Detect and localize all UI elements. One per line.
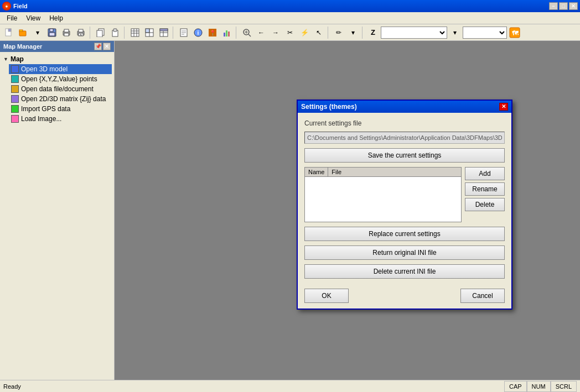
tree-item-0[interactable]: Open 3D model (9, 64, 112, 74)
table-header: Name File (305, 168, 461, 177)
sidebar-close-button[interactable]: ✕ (103, 43, 111, 50)
settings-path-input[interactable] (304, 132, 505, 144)
save-button[interactable] (45, 26, 59, 39)
tree-root: ▼ Map (2, 54, 112, 64)
info-button[interactable]: i (191, 26, 205, 39)
svg-rect-24 (146, 29, 149, 33)
map-manager-header: Map Manager 📌 ✕ (0, 41, 114, 52)
cursor-button[interactable]: ↖ (312, 26, 325, 39)
title-bar-left: ● Field (2, 2, 28, 11)
table3-button[interactable] (157, 26, 170, 39)
toolbar-sep-4 (236, 27, 238, 39)
minimize-button[interactable]: − (549, 2, 558, 10)
tree-root-label: Map (11, 55, 24, 63)
z-button[interactable]: Z (366, 26, 380, 39)
chart-button[interactable] (220, 26, 234, 39)
scissors-button[interactable]: ✂ (283, 26, 297, 39)
delete-current-ini-button[interactable]: Delete current INI file (304, 264, 505, 279)
new-button[interactable] (2, 26, 15, 39)
table-side-buttons: Add Rename Delete (465, 167, 505, 222)
combo-dropdown-button[interactable]: ▾ (448, 26, 462, 39)
settings-table[interactable]: Name File (304, 167, 462, 222)
map-icon-button[interactable]: 🗺 (508, 26, 521, 39)
status-bar: Ready CAP NUM SCRL (0, 380, 580, 392)
tree-item-5[interactable]: Load Image... (9, 114, 112, 124)
document-button[interactable] (177, 26, 190, 39)
scrl-indicator: SCRL (551, 381, 577, 392)
open-button[interactable] (17, 26, 30, 39)
sidebar-pin-button[interactable]: 📌 (94, 43, 102, 50)
num-indicator: NUM (527, 381, 551, 392)
print2-button[interactable]: A (74, 26, 87, 39)
tree-icon-2 (11, 85, 19, 93)
sidebar-content: ▼ Map Open 3D model Open {X,Y,Z,Value} p… (0, 52, 114, 380)
pen-dropdown-button[interactable]: ▾ (346, 26, 360, 39)
tree-label-4: Import GPS data (21, 105, 70, 113)
svg-rect-9 (64, 33, 69, 36)
app-logo-icon: ● (2, 2, 11, 11)
print-button[interactable] (60, 26, 73, 39)
tree-label-1: Open {X,Y,Z,Value} points (21, 75, 97, 83)
add-button[interactable]: Add (465, 167, 505, 180)
pen-button[interactable]: ✏ (332, 26, 345, 39)
replace-current-settings-button[interactable]: Replace current settings (304, 227, 505, 241)
current-settings-label: Current settings file (304, 119, 505, 127)
svg-text:A: A (80, 33, 82, 36)
tree-children: Open 3D model Open {X,Y,Z,Value} points … (2, 64, 112, 124)
ok-button[interactable]: OK (304, 289, 349, 303)
col-name: Name (305, 168, 328, 176)
svg-text:🗺: 🗺 (512, 30, 519, 36)
table-button[interactable] (128, 26, 142, 39)
menu-help[interactable]: Help (45, 13, 68, 23)
menu-view[interactable]: View (22, 13, 45, 23)
tree-icon-0 (11, 65, 19, 73)
toolbar-sep-2 (124, 27, 126, 39)
return-original-ini-button[interactable]: Return original INI file (304, 245, 505, 260)
table-area: Name File Add Rename (304, 167, 505, 222)
paste-button[interactable] (108, 26, 122, 39)
app-title: Field (13, 3, 28, 9)
combo1[interactable] (381, 27, 447, 39)
col-file: File (328, 168, 461, 176)
delete-button[interactable]: Delete (465, 198, 505, 211)
table2-button[interactable] (143, 26, 156, 39)
tree-label-2: Open data file/document (21, 85, 94, 93)
transform-button[interactable]: ⚡ (298, 26, 311, 39)
menu-bar: File View Help (0, 12, 580, 24)
expand-icon[interactable]: ▼ (3, 56, 8, 62)
svg-rect-41 (228, 32, 230, 36)
maximize-button[interactable]: □ (559, 2, 568, 10)
title-bar: ● Field − □ ✕ (0, 0, 580, 12)
tree-item-2[interactable]: Open data file/document (9, 84, 112, 94)
tree-item-4[interactable]: Import GPS data (9, 104, 112, 114)
menu-file[interactable]: File (2, 13, 22, 23)
settings-dialog: Settings (themes) ✕ Current settings fil… (297, 100, 512, 310)
copy-button[interactable] (94, 26, 107, 39)
tree-label-3: Open 2D/3D matrix {Zij} data (21, 95, 106, 103)
combo2[interactable] (463, 27, 507, 39)
svg-rect-39 (224, 33, 225, 36)
toolbar-sep-6 (362, 27, 364, 39)
arrow-left-button[interactable]: ← (255, 26, 268, 39)
title-bar-controls: − □ ✕ (549, 2, 578, 10)
tree-icon-4 (11, 105, 19, 113)
close-button[interactable]: ✕ (569, 2, 578, 10)
rename-button[interactable]: Rename (465, 182, 505, 196)
toolbar-sep-3 (173, 27, 175, 39)
svg-text:📍: 📍 (209, 29, 216, 36)
svg-rect-5 (50, 29, 53, 32)
svg-rect-1 (8, 29, 11, 32)
dialog-close-button[interactable]: ✕ (499, 103, 508, 111)
arrow-right-button[interactable]: → (269, 26, 282, 39)
toolbar-sep-5 (328, 27, 330, 39)
bookmark-button[interactable]: 📍 (206, 26, 219, 39)
cancel-button[interactable]: Cancel (460, 289, 505, 303)
save-current-settings-button[interactable]: Save the current settings (304, 148, 505, 163)
table-body (305, 177, 461, 219)
tree-item-1[interactable]: Open {X,Y,Z,Value} points (9, 74, 112, 84)
map-manager-title: Map Manager (3, 43, 42, 50)
zoom-in-button[interactable] (240, 26, 253, 39)
open-dropdown-button[interactable]: ▾ (31, 26, 44, 39)
tree-item-3[interactable]: Open 2D/3D matrix {Zij} data (9, 94, 112, 104)
toolbar: ▾ A i 📍 ← → ✂ ⚡ ↖ ✏ ▾ Z (0, 24, 580, 41)
